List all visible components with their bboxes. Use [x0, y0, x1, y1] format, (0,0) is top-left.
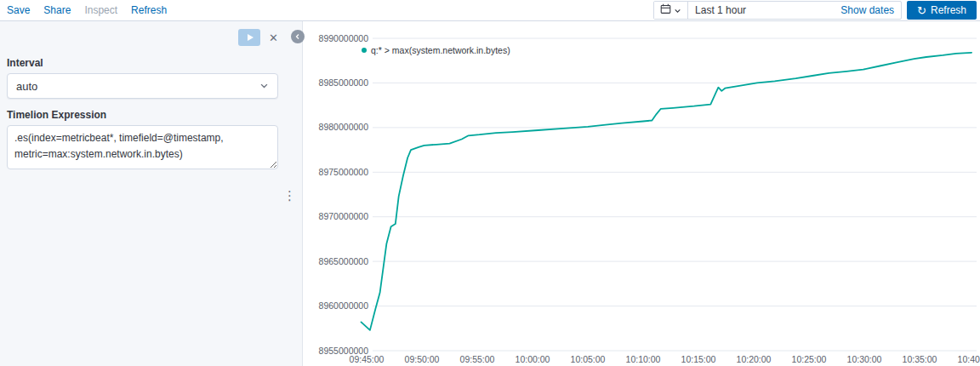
interval-select[interactable]: auto — [7, 73, 278, 99]
series-line — [362, 53, 972, 330]
menu-item-save[interactable]: Save — [7, 4, 30, 16]
y-axis-tick-label: 8975000000 — [319, 167, 369, 177]
x-axis-tick-label: 10:15:00 — [681, 354, 716, 364]
x-axis-tick-label: 09:45:00 — [350, 354, 385, 364]
timelion-expression-input[interactable]: .es(index=metricbeat*, timefield=@timest… — [7, 125, 278, 169]
chevron-down-icon — [259, 80, 269, 93]
x-axis-tick-label: 10:30:00 — [847, 354, 882, 364]
toolbar-menu: Save Share Inspect Refresh — [7, 4, 167, 16]
refresh-button-label: Refresh — [931, 4, 966, 16]
y-axis-tick-label: 8960000000 — [319, 300, 369, 311]
top-toolbar: Save Share Inspect Refresh Last 1 ho — [0, 0, 980, 21]
x-axis-tick-label: 10:35:00 — [903, 354, 937, 364]
sidebar-header: ✕ — [7, 28, 278, 47]
resize-handle[interactable]: ⋮ — [283, 190, 295, 202]
x-axis-tick-label: 10:00:00 — [516, 354, 550, 364]
interval-label: Interval — [7, 57, 278, 69]
x-axis-tick-label: 10:25:00 — [792, 354, 827, 364]
x-axis-tick-label: 10:05:00 — [571, 354, 606, 364]
chart-panel: 8990000000898500000089800000008975000000… — [303, 21, 980, 366]
timelion-sidebar: ✕ Interval auto Timelion Expression .es(… — [0, 21, 303, 366]
y-axis-tick-label: 8980000000 — [319, 122, 369, 132]
refresh-icon: ↻ — [917, 5, 926, 16]
x-axis-tick-label: 09:55:00 — [460, 354, 495, 364]
y-axis-tick-label: 8970000000 — [319, 211, 369, 221]
menu-item-inspect[interactable]: Inspect — [84, 4, 117, 16]
x-axis-tick-label: 10:40:00 — [958, 354, 980, 364]
x-axis-tick-label: 09:50:00 — [405, 354, 440, 364]
date-picker-group: Last 1 hour Show dates — [653, 1, 902, 20]
date-picker: Last 1 hour Show dates ↻ Refresh — [653, 1, 977, 20]
close-icon[interactable]: ✕ — [269, 32, 278, 43]
play-icon — [248, 34, 254, 41]
interval-value: auto — [16, 80, 37, 93]
y-axis-tick-label: 8990000000 — [319, 33, 369, 43]
run-expression-button[interactable] — [238, 29, 260, 46]
refresh-button[interactable]: ↻ Refresh — [907, 1, 977, 20]
quick-select-button[interactable] — [654, 2, 688, 19]
y-axis-tick-label: 8965000000 — [319, 256, 369, 266]
time-range-value[interactable]: Last 1 hour — [688, 4, 834, 16]
calendar-icon — [660, 3, 671, 18]
menu-item-refresh[interactable]: Refresh — [131, 4, 167, 16]
menu-item-share[interactable]: Share — [43, 4, 71, 16]
show-dates-button[interactable]: Show dates — [834, 4, 901, 16]
main-content: ✕ Interval auto Timelion Expression .es(… — [0, 21, 980, 366]
chart-legend[interactable]: q:* > max(system.network.in.bytes) — [371, 45, 510, 55]
collapse-panel-button[interactable] — [291, 30, 305, 43]
chevron-down-icon — [674, 3, 681, 18]
y-axis-tick-label: 8985000000 — [319, 77, 369, 88]
x-axis-tick-label: 10:20:00 — [737, 354, 772, 364]
legend-swatch-icon — [362, 48, 367, 53]
timelion-chart[interactable]: 8990000000898500000089800000008975000000… — [303, 21, 980, 366]
expression-label: Timelion Expression — [7, 109, 278, 121]
x-axis-tick-label: 10:10:00 — [626, 354, 661, 364]
